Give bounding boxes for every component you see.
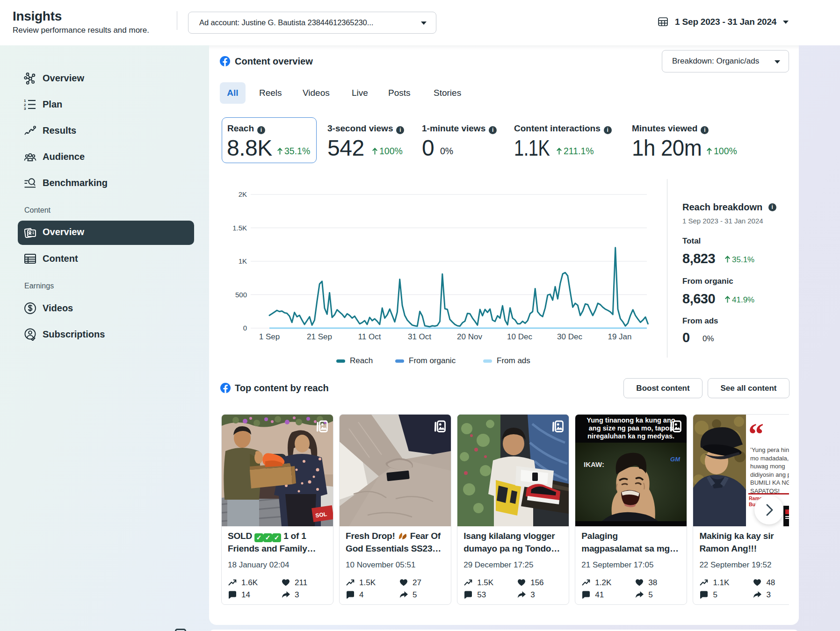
svg-text:ang size ng paa mo, tapos: ang size ng paa mo, tapos bbox=[589, 424, 673, 432]
svg-text:niregaluhan ka ng medyas.: niregaluhan ka ng medyas. bbox=[587, 432, 674, 440]
svg-text:GM: GM bbox=[670, 456, 681, 463]
svg-text:BUMILI KA NG: BUMILI KA NG bbox=[750, 479, 789, 486]
svg-text:1.5K: 1.5K bbox=[232, 224, 247, 232]
svg-text:’Yung pera hindi: ’Yung pera hindi bbox=[750, 446, 789, 453]
svg-text:IKAW:: IKAW: bbox=[584, 460, 604, 468]
svg-text:huwag mong: huwag mong bbox=[750, 463, 785, 470]
svg-text:didiyosin ang pe: didiyosin ang pe bbox=[750, 471, 789, 478]
svg-text:500: 500 bbox=[235, 291, 247, 299]
svg-text:1K: 1K bbox=[239, 257, 247, 265]
svg-text:mo madadala, k: mo madadala, k bbox=[750, 455, 789, 462]
svg-text:Yung tinanong ka kung ano: Yung tinanong ka kung ano bbox=[587, 416, 675, 424]
svg-text:3: 3 bbox=[24, 107, 26, 111]
svg-text:0: 0 bbox=[243, 324, 247, 332]
svg-text:2K: 2K bbox=[239, 190, 247, 198]
